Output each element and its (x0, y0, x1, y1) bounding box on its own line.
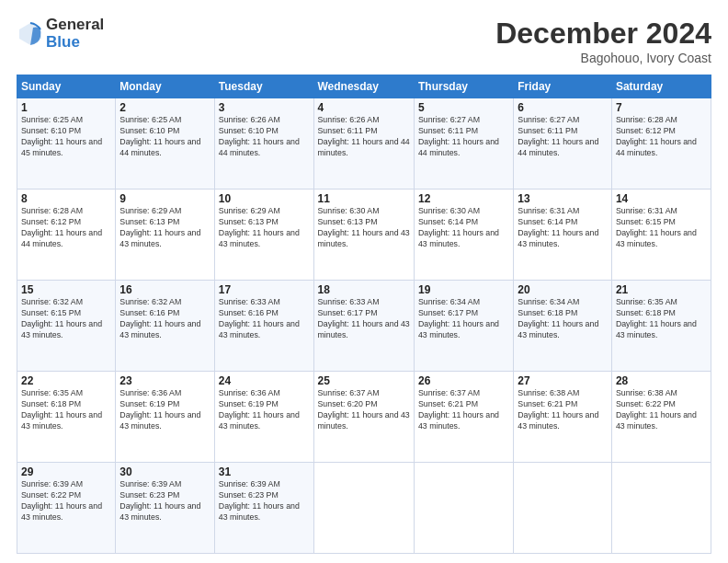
day-cell: 24Sunrise: 6:36 AMSunset: 6:19 PMDayligh… (214, 372, 313, 463)
day-cell: 22Sunrise: 6:35 AMSunset: 6:18 PMDayligh… (17, 372, 116, 463)
day-number: 19 (418, 283, 509, 296)
day-number: 20 (518, 283, 608, 296)
day-cell: 3Sunrise: 6:26 AMSunset: 6:10 PMDaylight… (214, 98, 313, 190)
day-cell: 12Sunrise: 6:30 AMSunset: 6:14 PMDayligh… (414, 190, 513, 281)
day-cell: 29Sunrise: 6:39 AMSunset: 6:22 PMDayligh… (17, 463, 116, 554)
day-info: Sunrise: 6:26 AMSunset: 6:10 PMDaylight:… (219, 115, 310, 159)
day-number: 18 (318, 283, 410, 296)
day-cell (414, 463, 513, 554)
month-title: December 2024 (495, 17, 711, 51)
day-cell: 7Sunrise: 6:28 AMSunset: 6:12 PMDaylight… (611, 98, 711, 190)
day-info: Sunrise: 6:31 AMSunset: 6:14 PMDaylight:… (518, 206, 608, 250)
day-cell: 11Sunrise: 6:30 AMSunset: 6:13 PMDayligh… (313, 190, 414, 281)
day-number: 22 (21, 374, 111, 387)
day-info: Sunrise: 6:39 AMSunset: 6:23 PMDaylight:… (119, 479, 210, 523)
day-number: 7 (616, 101, 707, 114)
day-cell: 27Sunrise: 6:38 AMSunset: 6:21 PMDayligh… (514, 372, 612, 463)
day-cell: 28Sunrise: 6:38 AMSunset: 6:22 PMDayligh… (611, 372, 711, 463)
day-number: 25 (318, 374, 410, 387)
day-number: 1 (21, 101, 111, 114)
day-info: Sunrise: 6:25 AMSunset: 6:10 PMDaylight:… (119, 115, 210, 159)
day-cell: 9Sunrise: 6:29 AMSunset: 6:13 PMDaylight… (116, 190, 214, 281)
days-of-week-row: SundayMondayTuesdayWednesdayThursdayFrid… (17, 75, 711, 98)
calendar-table: SundayMondayTuesdayWednesdayThursdayFrid… (17, 75, 711, 554)
day-cell: 4Sunrise: 6:26 AMSunset: 6:11 PMDaylight… (313, 98, 414, 190)
day-number: 3 (219, 101, 310, 114)
day-number: 8 (21, 192, 111, 205)
day-cell: 30Sunrise: 6:39 AMSunset: 6:23 PMDayligh… (116, 463, 214, 554)
day-number: 26 (418, 374, 509, 387)
day-info: Sunrise: 6:36 AMSunset: 6:19 PMDaylight:… (119, 388, 210, 432)
day-number: 29 (21, 465, 111, 478)
day-number: 9 (119, 192, 210, 205)
day-info: Sunrise: 6:27 AMSunset: 6:11 PMDaylight:… (418, 115, 509, 159)
day-info: Sunrise: 6:39 AMSunset: 6:23 PMDaylight:… (219, 479, 310, 523)
day-cell: 14Sunrise: 6:31 AMSunset: 6:15 PMDayligh… (611, 190, 711, 281)
day-info: Sunrise: 6:37 AMSunset: 6:21 PMDaylight:… (418, 388, 509, 432)
day-info: Sunrise: 6:31 AMSunset: 6:15 PMDaylight:… (616, 206, 707, 250)
calendar-body: 1Sunrise: 6:25 AMSunset: 6:10 PMDaylight… (17, 98, 711, 554)
title-block: December 2024 Bagohouo, Ivory Coast (495, 17, 711, 65)
day-cell: 2Sunrise: 6:25 AMSunset: 6:10 PMDaylight… (116, 98, 214, 190)
day-cell (514, 463, 612, 554)
day-info: Sunrise: 6:35 AMSunset: 6:18 PMDaylight:… (21, 388, 111, 432)
day-info: Sunrise: 6:34 AMSunset: 6:18 PMDaylight:… (518, 297, 608, 341)
logo-general: General (46, 17, 104, 34)
week-row-3: 15Sunrise: 6:32 AMSunset: 6:15 PMDayligh… (17, 281, 711, 372)
day-number: 10 (219, 192, 310, 205)
day-number: 16 (119, 283, 210, 296)
day-info: Sunrise: 6:37 AMSunset: 6:20 PMDaylight:… (318, 388, 410, 432)
day-cell: 5Sunrise: 6:27 AMSunset: 6:11 PMDaylight… (414, 98, 513, 190)
day-cell: 15Sunrise: 6:32 AMSunset: 6:15 PMDayligh… (17, 281, 116, 372)
day-cell: 1Sunrise: 6:25 AMSunset: 6:10 PMDaylight… (17, 98, 116, 190)
day-cell (313, 463, 414, 554)
day-info: Sunrise: 6:39 AMSunset: 6:22 PMDaylight:… (21, 479, 111, 523)
day-number: 15 (21, 283, 111, 296)
day-of-week-monday: Monday (116, 75, 214, 98)
day-info: Sunrise: 6:32 AMSunset: 6:16 PMDaylight:… (119, 297, 210, 341)
day-number: 2 (119, 101, 210, 114)
day-cell: 25Sunrise: 6:37 AMSunset: 6:20 PMDayligh… (313, 372, 414, 463)
day-number: 5 (418, 101, 509, 114)
day-cell: 31Sunrise: 6:39 AMSunset: 6:23 PMDayligh… (214, 463, 313, 554)
day-cell: 20Sunrise: 6:34 AMSunset: 6:18 PMDayligh… (514, 281, 612, 372)
day-of-week-tuesday: Tuesday (214, 75, 313, 98)
day-number: 21 (616, 283, 707, 296)
logo-blue: Blue (46, 34, 104, 52)
day-info: Sunrise: 6:38 AMSunset: 6:21 PMDaylight:… (518, 388, 608, 432)
day-number: 6 (518, 101, 608, 114)
day-number: 4 (318, 101, 410, 114)
day-number: 24 (219, 374, 310, 387)
day-info: Sunrise: 6:28 AMSunset: 6:12 PMDaylight:… (616, 115, 707, 159)
calendar-header: SundayMondayTuesdayWednesdayThursdayFrid… (17, 75, 711, 98)
day-number: 31 (219, 465, 310, 478)
day-info: Sunrise: 6:27 AMSunset: 6:11 PMDaylight:… (518, 115, 608, 159)
day-info: Sunrise: 6:30 AMSunset: 6:13 PMDaylight:… (318, 206, 410, 250)
day-info: Sunrise: 6:33 AMSunset: 6:16 PMDaylight:… (219, 297, 310, 341)
day-cell: 10Sunrise: 6:29 AMSunset: 6:13 PMDayligh… (214, 190, 313, 281)
day-of-week-sunday: Sunday (17, 75, 116, 98)
week-row-2: 8Sunrise: 6:28 AMSunset: 6:12 PMDaylight… (17, 190, 711, 281)
day-of-week-wednesday: Wednesday (313, 75, 414, 98)
day-cell: 23Sunrise: 6:36 AMSunset: 6:19 PMDayligh… (116, 372, 214, 463)
day-number: 12 (418, 192, 509, 205)
day-cell: 6Sunrise: 6:27 AMSunset: 6:11 PMDaylight… (514, 98, 612, 190)
day-info: Sunrise: 6:38 AMSunset: 6:22 PMDaylight:… (616, 388, 707, 432)
day-cell: 17Sunrise: 6:33 AMSunset: 6:16 PMDayligh… (214, 281, 313, 372)
day-cell: 16Sunrise: 6:32 AMSunset: 6:16 PMDayligh… (116, 281, 214, 372)
day-cell: 8Sunrise: 6:28 AMSunset: 6:12 PMDaylight… (17, 190, 116, 281)
day-info: Sunrise: 6:34 AMSunset: 6:17 PMDaylight:… (418, 297, 509, 341)
day-info: Sunrise: 6:28 AMSunset: 6:12 PMDaylight:… (21, 206, 111, 250)
day-number: 13 (518, 192, 608, 205)
day-number: 28 (616, 374, 707, 387)
day-info: Sunrise: 6:36 AMSunset: 6:19 PMDaylight:… (219, 388, 310, 432)
day-info: Sunrise: 6:26 AMSunset: 6:11 PMDaylight:… (318, 115, 410, 159)
day-number: 30 (119, 465, 210, 478)
day-number: 23 (119, 374, 210, 387)
day-info: Sunrise: 6:35 AMSunset: 6:18 PMDaylight:… (616, 297, 707, 341)
day-info: Sunrise: 6:29 AMSunset: 6:13 PMDaylight:… (119, 206, 210, 250)
week-row-4: 22Sunrise: 6:35 AMSunset: 6:18 PMDayligh… (17, 372, 711, 463)
day-of-week-thursday: Thursday (414, 75, 513, 98)
day-info: Sunrise: 6:30 AMSunset: 6:14 PMDaylight:… (418, 206, 509, 250)
location: Bagohouo, Ivory Coast (495, 51, 711, 65)
